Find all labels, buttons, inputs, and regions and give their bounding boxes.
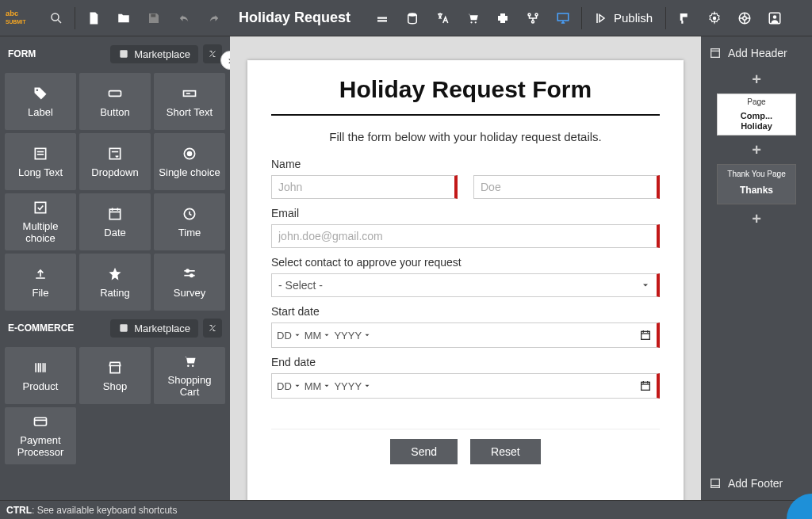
palette-item-singlechoice[interactable]: Single choice xyxy=(154,133,225,190)
palette-label: Date xyxy=(104,227,125,239)
palette-item-time[interactable]: Time xyxy=(154,193,225,250)
palette-label: Survey xyxy=(174,287,205,299)
end-date-yyyy[interactable]: YYYY xyxy=(334,380,371,392)
cart-icon[interactable] xyxy=(459,5,486,32)
calendar-icon xyxy=(107,206,123,222)
palette-item-paymentprocessor[interactable]: Payment Processor xyxy=(5,407,76,464)
desktop-preview-icon[interactable] xyxy=(550,5,576,32)
account-icon[interactable] xyxy=(761,5,788,32)
palette-label: Label xyxy=(28,106,53,118)
svg-rect-4 xyxy=(151,13,155,17)
palette-item-dropdown[interactable]: Dropdown xyxy=(79,133,151,190)
collapse-button-ecom[interactable] xyxy=(203,319,222,338)
chevron-down-icon xyxy=(323,382,331,390)
translate-icon[interactable] xyxy=(429,5,456,32)
document-title[interactable]: Holiday Request xyxy=(239,10,358,26)
form-title[interactable]: Holiday Request Form xyxy=(271,76,660,116)
add-footer-button[interactable]: Add Footer xyxy=(709,471,804,495)
add-page-top-button[interactable]: + xyxy=(749,71,764,87)
main: › FORM Marketplace Label Button Short Te… xyxy=(0,36,812,500)
start-date-input[interactable]: DD MM YYYY xyxy=(271,322,660,348)
topbar: abcSUBMIT Holiday Request Publish xyxy=(0,0,812,36)
palette-item-longtext[interactable]: Long Text xyxy=(5,133,76,190)
section-header-ecom: E-COMMERCE Marketplace xyxy=(5,312,225,344)
palette-item-file[interactable]: File xyxy=(5,254,76,311)
dropdown-icon xyxy=(107,146,123,162)
calendar-icon[interactable] xyxy=(639,380,652,392)
palette-item-product[interactable]: Product xyxy=(5,347,76,404)
puzzle-icon[interactable] xyxy=(489,5,516,32)
last-name-input[interactable] xyxy=(473,175,660,199)
field-end-date[interactable]: End date DD MM YYYY xyxy=(271,356,660,399)
palette-item-rating[interactable]: Rating xyxy=(79,254,151,311)
palette-item-button[interactable]: Button xyxy=(79,73,151,130)
palette-label: Dropdown xyxy=(91,166,138,178)
open-folder-icon[interactable] xyxy=(110,5,137,32)
palette-label: Rating xyxy=(100,287,130,299)
redo-icon[interactable] xyxy=(201,5,228,32)
database-icon[interactable] xyxy=(399,5,426,32)
start-date-mm[interactable]: MM xyxy=(304,330,331,342)
palette-item-shorttext[interactable]: Short Text xyxy=(154,73,225,130)
label-name: Name xyxy=(271,158,660,170)
marketplace-button-ecom[interactable]: Marketplace xyxy=(110,319,198,338)
palette-item-shop[interactable]: Shop xyxy=(79,347,151,404)
start-date-yyyy[interactable]: YYYY xyxy=(334,330,371,342)
field-name[interactable]: Name xyxy=(271,158,660,199)
palette-item-multiplechoice[interactable]: Multiple choice xyxy=(5,193,76,250)
chevron-down-icon xyxy=(323,331,331,339)
palette-item-survey[interactable]: Survey xyxy=(154,254,225,311)
svg-rect-6 xyxy=(377,20,387,21)
collapse-button-form[interactable] xyxy=(203,44,222,63)
add-page-mid-button[interactable]: + xyxy=(749,142,764,158)
end-date-dd[interactable]: DD xyxy=(277,380,301,392)
add-header-button[interactable]: Add Header xyxy=(709,41,804,65)
form-subtitle[interactable]: Fill the form below with your holiday re… xyxy=(271,130,660,143)
email-input[interactable] xyxy=(271,224,660,248)
gear-icon[interactable] xyxy=(701,5,728,32)
field-contact[interactable]: Select contact to approve your request -… xyxy=(271,256,660,297)
start-date-dd[interactable]: DD xyxy=(277,330,301,342)
palette-label: Time xyxy=(178,227,201,239)
logo[interactable]: abcSUBMIT xyxy=(3,6,40,30)
svg-rect-60 xyxy=(642,382,650,390)
paint-icon[interactable] xyxy=(671,5,698,32)
palette-item-label[interactable]: Label xyxy=(5,73,76,130)
page-thumbnail[interactable]: Page Comp... Holiday xyxy=(717,93,796,135)
header-icon xyxy=(709,47,722,59)
field-start-date[interactable]: Start date DD MM YYYY xyxy=(271,305,660,348)
contact-select[interactable]: - Select - xyxy=(271,273,660,297)
footer-prefix: CTRL xyxy=(6,505,32,516)
label-contact: Select contact to approve your request xyxy=(271,256,660,269)
field-email[interactable]: Email xyxy=(271,207,660,248)
end-date-mm[interactable]: MM xyxy=(304,380,331,392)
page-card-body1: Comp... xyxy=(741,111,772,121)
thanks-thumbnail[interactable]: Thank You Page Thanks xyxy=(717,164,796,204)
add-page-bottom-button[interactable]: + xyxy=(749,211,764,227)
svg-point-15 xyxy=(713,16,717,20)
palette-label: Single choice xyxy=(159,166,220,178)
help-icon[interactable] xyxy=(731,5,758,32)
publish-button[interactable]: Publish xyxy=(587,5,661,32)
send-button[interactable]: Send xyxy=(390,439,458,464)
workflow-icon[interactable] xyxy=(519,5,546,32)
reset-button[interactable]: Reset xyxy=(470,439,541,464)
palette-item-date[interactable]: Date xyxy=(79,193,151,250)
palette-label: Payment Processor xyxy=(8,434,73,458)
search-icon[interactable] xyxy=(43,5,70,32)
layers-icon[interactable] xyxy=(369,5,396,32)
palette-item-shoppingcart[interactable]: Shopping Cart xyxy=(154,347,225,404)
store-icon xyxy=(107,360,123,376)
new-file-icon[interactable] xyxy=(80,5,107,32)
end-date-input[interactable]: DD MM YYYY xyxy=(271,373,660,399)
svg-point-12 xyxy=(532,21,534,23)
marketplace-button-form[interactable]: Marketplace xyxy=(110,45,198,63)
upload-icon xyxy=(33,266,48,282)
undo-icon[interactable] xyxy=(170,5,197,32)
form-page[interactable]: Holiday Request Form Fill the form below… xyxy=(247,60,684,500)
save-icon[interactable] xyxy=(140,5,167,32)
canvas[interactable]: Holiday Request Form Fill the form below… xyxy=(230,36,701,500)
first-name-input[interactable] xyxy=(271,175,458,199)
calendar-icon[interactable] xyxy=(639,329,652,342)
svg-rect-26 xyxy=(109,90,121,96)
